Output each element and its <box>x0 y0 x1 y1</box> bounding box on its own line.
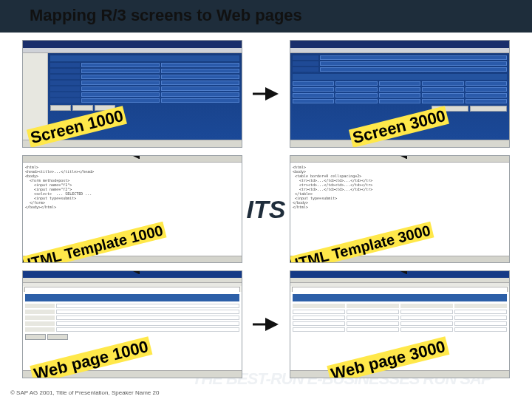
web-page-1000: Web page 1000 <box>22 270 242 378</box>
arrow-right-bottom <box>250 270 282 378</box>
arrow-down-left-1 <box>125 155 140 159</box>
arrow-right-top <box>250 40 282 148</box>
arrow-down-right-1 <box>392 155 407 159</box>
template-3000: <html> <body> <table border=0 cellspacin… <box>290 155 510 263</box>
r3-screen-3000: Screen 3000 <box>290 40 510 148</box>
its-center: ITS <box>250 155 282 263</box>
arrow-down-right-2 <box>392 270 407 274</box>
its-label: ITS <box>247 195 286 224</box>
r3-screen-1000: Screen 1000 <box>22 40 242 148</box>
template-1000: <html> <head><title>...</title></head> <… <box>22 155 242 263</box>
footer-copyright: © SAP AG 2001, Title of Presentation, Sp… <box>10 389 159 396</box>
arrow-down-left-2 <box>125 270 140 274</box>
page-title: Mapping R/3 screens to Web pages <box>30 6 302 25</box>
web-page-3000: Web page 3000 <box>290 270 510 378</box>
slide-body: Screen 1000 <box>22 40 510 378</box>
